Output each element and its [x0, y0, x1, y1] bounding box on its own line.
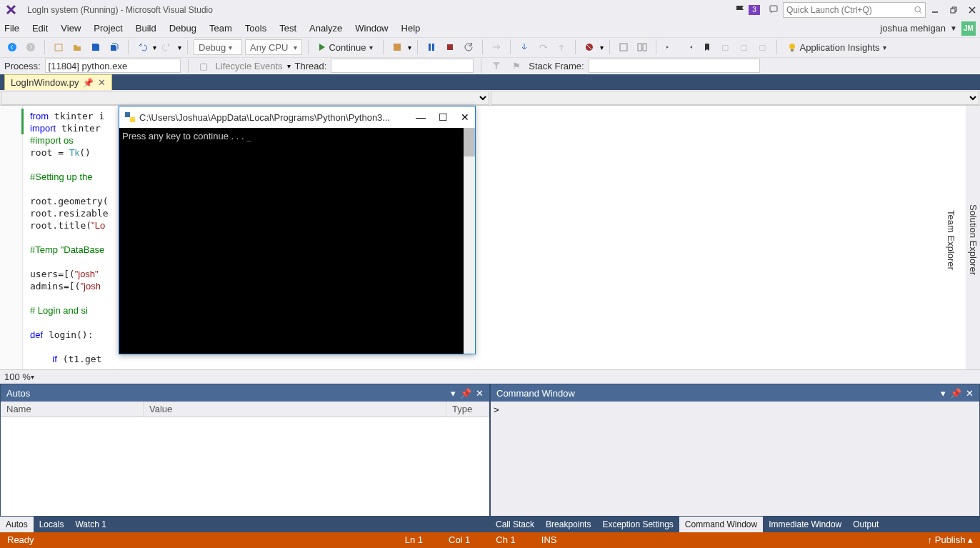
undo-button[interactable] — [134, 39, 150, 55]
close-icon[interactable]: ✕ — [966, 388, 974, 399]
pause-button[interactable] — [424, 39, 439, 55]
tab-exception-settings[interactable]: Exception Settings — [596, 517, 679, 532]
indent-button[interactable] — [662, 39, 678, 55]
platform-dropdown[interactable]: Any CPU▾ — [245, 39, 302, 55]
breakpoint-button[interactable] — [581, 39, 597, 55]
chevron-down-icon[interactable]: ▾ — [600, 44, 604, 51]
bookmark-button[interactable] — [699, 39, 715, 55]
menu-team[interactable]: Team — [209, 23, 232, 34]
outdent-button[interactable] — [681, 39, 696, 55]
redo-button[interactable] — [159, 39, 175, 55]
close-tab-icon[interactable]: ✕ — [98, 77, 106, 88]
tab-breakpoints[interactable]: Breakpoints — [540, 517, 596, 532]
autos-body[interactable]: Name Value Type — [1, 402, 489, 515]
step-over-button[interactable] — [535, 39, 551, 55]
menu-debug[interactable]: Debug — [169, 23, 196, 34]
col-value[interactable]: Value — [144, 402, 446, 417]
menu-build[interactable]: Build — [136, 23, 156, 34]
save-button[interactable] — [88, 39, 104, 55]
browser-link-button[interactable] — [389, 39, 405, 55]
tool-icon[interactable]: □ — [755, 39, 771, 55]
console-titlebar[interactable]: C:\Users\Joshua\AppData\Local\Programs\P… — [119, 106, 475, 128]
tab-watch1[interactable]: Watch 1 — [69, 517, 112, 532]
chevron-down-icon[interactable]: ▾ — [153, 44, 156, 51]
menu-help[interactable]: Help — [401, 23, 421, 34]
solution-explorer-tab[interactable]: Solution Explorer — [966, 201, 980, 278]
menu-window[interactable]: Window — [355, 23, 388, 34]
quick-launch-input[interactable] — [786, 5, 914, 15]
flag-icon — [736, 5, 744, 15]
menu-view[interactable]: View — [61, 23, 81, 34]
chevron-down-icon[interactable]: ▾ — [408, 44, 411, 51]
file-tab[interactable]: LogInWindow.py 📌 ✕ — [4, 74, 112, 90]
zoom-control[interactable]: 100 % ▾ — [0, 369, 980, 384]
close-button[interactable] — [967, 5, 977, 15]
console-close[interactable]: ✕ — [461, 111, 469, 123]
editor[interactable]: from tkinter i import tkinter #import os… — [0, 106, 980, 369]
team-explorer-tab[interactable]: Team Explorer — [944, 207, 958, 273]
tab-call-stack[interactable]: Call Stack — [490, 517, 540, 532]
restart-button[interactable] — [461, 39, 476, 55]
lifecycle-label[interactable]: Lifecycle Events — [216, 61, 283, 71]
tab-immediate-window[interactable]: Immediate Window — [763, 517, 847, 532]
menu-file[interactable]: File — [4, 23, 19, 34]
console-maximize[interactable]: ☐ — [439, 111, 448, 123]
nav-bar — [0, 90, 980, 106]
quick-launch[interactable] — [783, 2, 926, 18]
menu-project[interactable]: Project — [94, 23, 122, 34]
tool-icon[interactable]: □ — [736, 39, 752, 55]
panel-dropdown-icon[interactable]: ▾ — [451, 388, 456, 399]
stack-frame-dropdown[interactable] — [589, 59, 760, 73]
tool-icon[interactable] — [634, 39, 650, 55]
forward-button[interactable] — [23, 39, 39, 55]
thread-dropdown[interactable] — [331, 59, 474, 73]
tool-icon[interactable] — [616, 39, 631, 55]
console-minimize[interactable]: — — [416, 111, 426, 123]
panel-dropdown-icon[interactable]: ▾ — [941, 388, 946, 399]
new-project-button[interactable] — [51, 39, 66, 55]
notifications[interactable]: 3 — [736, 5, 760, 15]
back-button[interactable] — [4, 39, 20, 55]
user-area[interactable]: joshua mehigan ▼ JM — [880, 21, 976, 36]
close-icon[interactable]: ✕ — [476, 388, 484, 399]
minimize-button[interactable] — [930, 5, 940, 15]
tab-autos[interactable]: Autos — [0, 517, 34, 532]
console-window[interactable]: C:\Users\Joshua\AppData\Local\Programs\P… — [119, 106, 476, 354]
open-button[interactable] — [69, 39, 85, 55]
lifecycle-icon[interactable]: ▢ — [196, 58, 211, 74]
menu-test[interactable]: Test — [279, 23, 296, 34]
step-out-button[interactable] — [554, 39, 569, 55]
process-dropdown[interactable]: [11804] python.exe — [45, 59, 181, 73]
tab-output[interactable]: Output — [847, 517, 884, 532]
feedback-icon[interactable] — [767, 2, 783, 18]
config-dropdown[interactable]: Debug▾ — [194, 39, 242, 55]
continue-button[interactable]: Continue▾ — [314, 39, 376, 55]
tab-command-window[interactable]: Command Window — [679, 517, 763, 532]
flag-icon[interactable]: ⚑ — [509, 58, 524, 74]
pin-icon[interactable]: 📌 — [460, 388, 471, 399]
console-body[interactable]: Press any key to continue . . . _ — [119, 128, 475, 354]
col-type[interactable]: Type — [446, 402, 489, 417]
restore-button[interactable] — [949, 5, 959, 15]
app-insights-button[interactable]: Application Insights▾ — [783, 39, 891, 55]
col-name[interactable]: Name — [1, 402, 144, 417]
publish-button[interactable]: ↑ Publish ▴ — [928, 534, 973, 545]
nav-scope-dropdown[interactable] — [1, 91, 489, 105]
show-next-button[interactable] — [489, 39, 504, 55]
menu-analyze[interactable]: Analyze — [309, 23, 342, 34]
tab-locals[interactable]: Locals — [34, 517, 70, 532]
step-into-button[interactable] — [516, 39, 532, 55]
command-body[interactable]: > — [491, 402, 979, 515]
pin-icon[interactable]: 📌 — [950, 388, 961, 399]
console-scrollbar[interactable] — [464, 128, 475, 354]
chevron-down-icon[interactable]: ▾ — [287, 62, 291, 70]
filter-icon[interactable] — [489, 58, 504, 74]
menu-tools[interactable]: Tools — [245, 23, 266, 34]
nav-member-dropdown[interactable] — [491, 91, 979, 105]
save-all-button[interactable] — [106, 39, 122, 55]
stop-button[interactable] — [442, 39, 458, 55]
menu-edit[interactable]: Edit — [32, 23, 48, 34]
pin-icon[interactable]: 📌 — [83, 78, 94, 88]
tool-icon[interactable]: □ — [718, 39, 734, 55]
chevron-down-icon[interactable]: ▾ — [178, 44, 181, 51]
